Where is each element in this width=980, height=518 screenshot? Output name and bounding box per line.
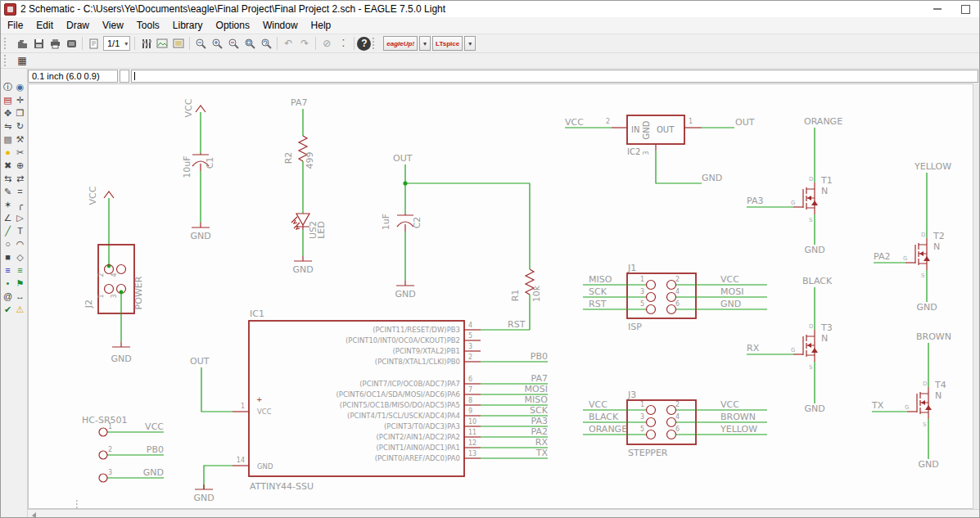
- tool-paste[interactable]: ●: [2, 146, 14, 159]
- redo-button[interactable]: ↷: [296, 36, 313, 52]
- part-c1[interactable]: VCC 10uF C1 GND: [182, 98, 215, 241]
- command-input[interactable]: [131, 70, 978, 83]
- zoom-out-button[interactable]: [225, 36, 242, 52]
- toolbar-grip[interactable]: [4, 38, 11, 49]
- tool-errors[interactable]: ⚠: [14, 303, 26, 316]
- menu-library[interactable]: Library: [166, 18, 210, 33]
- menu-draw[interactable]: Draw: [60, 18, 96, 33]
- frames-button[interactable]: [170, 36, 187, 52]
- horizontal-scrollbar[interactable]: [28, 509, 979, 518]
- menu-window[interactable]: Window: [256, 18, 305, 33]
- tool-delete[interactable]: ✖: [2, 159, 14, 172]
- sheet-icon[interactable]: [85, 36, 102, 52]
- tool-erc[interactable]: ✔: [2, 303, 14, 316]
- tool-value[interactable]: =: [14, 185, 26, 198]
- sheet-thumbnails-button[interactable]: [154, 36, 170, 52]
- grid-button[interactable]: ▦: [14, 53, 30, 69]
- save-button[interactable]: [30, 36, 47, 52]
- tool-split[interactable]: ∠: [2, 211, 14, 224]
- tool-wire[interactable]: ╱: [2, 224, 14, 237]
- eagleup-button[interactable]: eagleUp!: [383, 36, 418, 51]
- toolbar-grip-2[interactable]: [373, 38, 379, 49]
- tool-rotate[interactable]: ↻: [14, 119, 26, 133]
- tool-polygon[interactable]: ◇: [14, 250, 26, 264]
- menu-tools[interactable]: Tools: [130, 18, 166, 33]
- menu-file[interactable]: File: [1, 18, 29, 33]
- ltspice-dropdown[interactable]: ▾: [464, 36, 476, 51]
- toolbar-grip-3[interactable]: [4, 55, 11, 66]
- layer-settings-button[interactable]: [138, 36, 154, 52]
- part-ic1[interactable]: IC1 ATTINY44-SSU OUT 1 + VCC 14 GND: [190, 309, 549, 503]
- part-hcsr501[interactable]: HC-SR501 1 2 3 VCC PB0 GND: [82, 415, 164, 482]
- tool-group[interactable]: ▩: [2, 133, 14, 146]
- pin-number: 1: [241, 403, 245, 410]
- tool-pinswap[interactable]: ⇆: [2, 172, 14, 185]
- tool-dimension[interactable]: ↔: [14, 290, 26, 303]
- part-t3[interactable]: BLACK D T3 N RX G S GND: [747, 276, 833, 414]
- part-ic2[interactable]: IN GND OUT VCC 2 1 OUT IC2 3: [565, 115, 755, 183]
- scroll-left-icon[interactable]: [28, 510, 39, 518]
- help-button[interactable]: ?: [357, 37, 371, 51]
- part-t2[interactable]: YELLOW D T2 N PA2 G S GND: [874, 161, 951, 313]
- zoom-in-button[interactable]: [209, 36, 225, 52]
- ic1-pin-5[interactable]: 5 (PCINT10/INT0/OC0A/CKOUT)PB2: [345, 332, 481, 345]
- tool-net[interactable]: ≡: [14, 264, 26, 277]
- tool-copy[interactable]: ❐: [14, 106, 26, 119]
- part-j2-power[interactable]: VCC 2 4 1 3: [84, 186, 144, 364]
- tool-name[interactable]: ✎: [2, 185, 14, 198]
- stop-button[interactable]: ⊘: [318, 36, 335, 52]
- tool-smash[interactable]: ✶: [2, 198, 14, 211]
- tool-arc[interactable]: ◠: [14, 237, 26, 250]
- tool-mark[interactable]: ✛: [14, 93, 26, 106]
- part-t1[interactable]: ORANGE D T1 N PA3 G S GND: [747, 116, 842, 255]
- zoom-fit-button[interactable]: [192, 36, 209, 52]
- go-button[interactable]: ⁚: [335, 36, 351, 52]
- tool-invoke[interactable]: ▷: [14, 211, 26, 224]
- pin-label: GND: [642, 120, 651, 139]
- sheet-selector-dropdown[interactable]: 1/1 ▾: [103, 36, 130, 51]
- tool-move[interactable]: ✥: [2, 106, 14, 119]
- eagleup-dropdown[interactable]: ▾: [419, 36, 431, 51]
- tool-replace[interactable]: ⇄: [14, 172, 26, 185]
- menu-options[interactable]: Options: [210, 18, 256, 33]
- tool-bus[interactable]: ≡: [2, 264, 14, 277]
- restore-button[interactable]: [955, 2, 976, 16]
- menu-edit[interactable]: Edit: [29, 18, 60, 33]
- tool-label[interactable]: ⚑: [14, 277, 26, 290]
- schematic-canvas[interactable]: VCC 2 4 1 3: [28, 83, 973, 509]
- zoom-redraw-button[interactable]: [258, 36, 274, 52]
- tool-info[interactable]: ⓘ: [2, 80, 14, 93]
- tool-junction[interactable]: •: [2, 277, 14, 290]
- net-label: PB0: [531, 351, 548, 362]
- tool-display[interactable]: ▤: [2, 93, 14, 106]
- cam-processor-button[interactable]: [63, 36, 79, 52]
- zoom-select-button[interactable]: [242, 36, 258, 52]
- part-j1-isp[interactable]: J1 1 2 3: [583, 263, 767, 332]
- undo-button[interactable]: ↶: [280, 36, 296, 52]
- ic1-pin-3[interactable]: 3 (PCINT9/XTAL2)PB1: [392, 343, 481, 355]
- pin-number: 1: [640, 276, 644, 283]
- tool-circle[interactable]: ○: [2, 237, 14, 250]
- vertical-scrollbar[interactable]: [973, 83, 979, 509]
- tool-miter[interactable]: ╭: [14, 198, 26, 211]
- ltspice-button[interactable]: LTspice: [432, 36, 463, 51]
- tool-text[interactable]: T: [14, 224, 26, 237]
- tool-add[interactable]: ⊕: [14, 159, 26, 172]
- print-button[interactable]: [47, 36, 63, 52]
- menu-view[interactable]: View: [96, 18, 130, 33]
- tool-cut[interactable]: ✂: [14, 146, 26, 159]
- tool-rect[interactable]: ■: [2, 250, 14, 264]
- part-r2-led[interactable]: PA7 R2 499 US2 LED GND: [283, 97, 327, 275]
- part-j3-stepper[interactable]: J3 1 2 3: [583, 390, 767, 458]
- ic1-pin-6[interactable]: 6 (PCINT7/ICP/OC0B/ADC7)PA7 PA7: [359, 373, 548, 388]
- minimize-button[interactable]: [927, 2, 948, 16]
- net-label: VCC: [720, 274, 739, 285]
- part-t4[interactable]: BROWN D T4 N TX G S GND: [871, 331, 951, 470]
- part-c2-r1[interactable]: OUT R1 10k 1uF C2: [381, 153, 542, 330]
- tool-mirror[interactable]: ⇋: [2, 119, 14, 133]
- tool-show[interactable]: ◉: [14, 80, 26, 93]
- open-button[interactable]: [14, 36, 30, 52]
- tool-attribute[interactable]: @: [2, 290, 14, 303]
- tool-change[interactable]: ⚒: [14, 133, 26, 146]
- menu-help[interactable]: Help: [305, 18, 338, 33]
